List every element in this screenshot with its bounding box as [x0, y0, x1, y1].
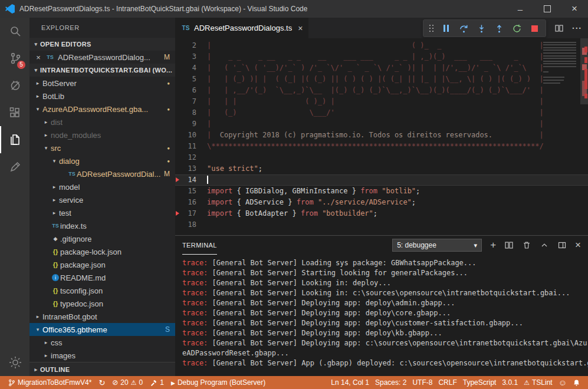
extensions-button[interactable] [0, 99, 29, 126]
line-number[interactable]: 10 [175, 130, 196, 141]
code-line-13[interactable]: 13"use strict"; [175, 163, 588, 174]
code-editor[interactable]: 2| ( )_ _ |3| _ _ _ __ _ _ __ ___ ___ _ … [175, 38, 588, 235]
workspace-header[interactable]: ▾ INTRANETBOTQUICKSTART.GBAI (WO... [29, 64, 175, 77]
code-line-17[interactable]: 17import { BotAdapter } from "botbuilder… [175, 208, 588, 219]
outline-header[interactable]: ▸ OUTLINE [29, 362, 175, 376]
tree-item-dialog[interactable]: ▾dialog● [29, 154, 175, 167]
tasks-item[interactable]: 1 [147, 378, 167, 387]
code-line-2[interactable]: 2| ( )_ _ | [175, 40, 588, 51]
tree-item-intranetbot-gbot[interactable]: ▸IntranetBot.gbot [29, 310, 175, 323]
code-line-12[interactable]: 12 [175, 152, 588, 163]
close-button[interactable] [561, 0, 588, 18]
code-line-3[interactable]: 3| _ _ _ __ _ _ __ ___ ___ _ _ | ,_)(_) … [175, 51, 588, 62]
step-out-button[interactable] [494, 23, 504, 34]
open-editors-header[interactable]: ▾ OPEN EDITORS [29, 38, 175, 51]
tree-item-botlib[interactable]: ▸BotLib [29, 90, 175, 103]
new-terminal-icon[interactable] [490, 241, 496, 250]
line-number[interactable]: 18 [175, 219, 196, 230]
terminal-tab[interactable]: TERMINAL [182, 236, 217, 255]
close-editor-icon[interactable]: × [34, 53, 42, 62]
line-number[interactable]: 15 [175, 186, 196, 197]
git-branch-item[interactable]: MigrationToBotFmwV4* [5, 378, 94, 387]
line-number[interactable]: 6 [175, 85, 196, 96]
line-number[interactable]: 7 [175, 96, 196, 107]
explorer-button[interactable] [0, 126, 29, 153]
line-number[interactable]: 3 [175, 51, 196, 62]
code-line-9[interactable]: 9| | [175, 118, 588, 130]
move-panel-icon[interactable] [557, 240, 567, 250]
terminal-selector[interactable]: 5: debuggee [392, 239, 482, 252]
tree-item-gitignore[interactable]: ◆.gitignore [29, 232, 175, 245]
tree-item-src[interactable]: ▾src● [29, 141, 175, 154]
ts-version-item[interactable]: 3.0.1 [499, 378, 521, 387]
line-number[interactable]: 8 [175, 107, 196, 118]
sync-item[interactable] [96, 378, 108, 387]
line-number[interactable]: 2 [175, 40, 196, 51]
tree-item-office365-gbtheme[interactable]: ▾Office365.gbthemeS [29, 323, 175, 336]
encoding-item[interactable]: UTF-8 [409, 378, 435, 387]
tslint-item[interactable]: TSLint [521, 378, 556, 387]
tree-item-readme-md[interactable]: iREADME.md [29, 271, 175, 284]
terminal-output[interactable]: trace: [General Bot Server] Loading sys … [175, 255, 588, 376]
drag-handle-icon[interactable] [429, 25, 433, 32]
line-number[interactable]: 11 [175, 141, 196, 152]
tree-item-azureadpasswordreset-gba[interactable]: ▾AzureADPasswordReset.gba...● [29, 103, 175, 116]
tree-item-service[interactable]: ▸service [29, 193, 175, 206]
tree-item-index-ts[interactable]: TSindex.ts [29, 219, 175, 232]
code-line-11[interactable]: 11\*************************************… [175, 141, 588, 152]
settings-button[interactable] [0, 349, 29, 376]
tree-item-adresetpassworddial[interactable]: TSADResetPasswordDial...M [29, 167, 175, 180]
restart-button[interactable] [511, 23, 522, 34]
problems-item[interactable]: 20 0 [109, 378, 146, 387]
tree-item-package-json[interactable]: {}package.json [29, 258, 175, 271]
eol-item[interactable]: CRLF [435, 378, 459, 387]
cursor-position-item[interactable]: Ln 14, Col 1 [328, 378, 372, 387]
step-into-button[interactable] [476, 23, 487, 34]
code-line-5[interactable]: 5| | (_) )| | ( (_| |( (_) || ( ) ( ) |(… [175, 74, 588, 85]
line-number[interactable]: 16 [175, 197, 196, 208]
minimize-button[interactable] [507, 0, 534, 18]
split-editor-icon[interactable] [554, 24, 564, 33]
tree-item-model[interactable]: ▸model [29, 180, 175, 193]
pause-button[interactable] [441, 23, 451, 34]
editor-tab-active[interactable]: TS ADResetPasswordDialogs.ts × [175, 18, 308, 38]
tree-item-botserver[interactable]: ▸BotServer● [29, 77, 175, 90]
tree-item-dist[interactable]: ▸dist [29, 116, 175, 128]
code-line-15[interactable]: 15import { IGBDialog, GBMinInstance } fr… [175, 186, 588, 197]
line-number[interactable]: 4 [175, 62, 196, 74]
tree-item-tsconfig-json[interactable]: {}tsconfig.json [29, 284, 175, 297]
line-number[interactable]: 5 [175, 74, 196, 85]
code-line-4[interactable]: 4| ( '_`\ ( '__)/'_` ) /'_ `\/' _ ` _ `\… [175, 62, 588, 74]
feedback-item[interactable] [556, 378, 570, 387]
code-line-16[interactable]: 16import { ADService } from "../service/… [175, 197, 588, 208]
search-button[interactable] [0, 18, 29, 45]
step-over-button[interactable] [458, 23, 469, 34]
tree-item-node-modules[interactable]: ▸node_modules [29, 128, 175, 141]
tree-item-package-lock-json[interactable]: {}package-lock.json [29, 245, 175, 258]
edit-view-button[interactable] [0, 153, 29, 180]
code-line-14[interactable]: 14 [175, 174, 588, 186]
line-number[interactable]: 12 [175, 152, 196, 163]
code-line-6[interactable]: 6| | ,__/'(_) `\__,_)`\__ |(_) (_) (_)`\… [175, 85, 588, 96]
line-number[interactable]: 13 [175, 163, 196, 174]
open-editor-item[interactable]: × TS ADResetPasswordDialog... M [29, 51, 175, 64]
tree-item-typedoc-json[interactable]: {}typedoc.json [29, 297, 175, 310]
code-line-10[interactable]: 10| Copyright 2018 (c) pragmatismo.io. T… [175, 130, 588, 141]
code-line-8[interactable]: 8| (_) \___/' | [175, 107, 588, 118]
close-panel-icon[interactable] [575, 239, 581, 251]
code-line-18[interactable]: 18 [175, 219, 588, 230]
tree-item-images[interactable]: ▸images [29, 349, 175, 362]
language-item[interactable]: TypeScript [460, 378, 500, 387]
maximize-panel-icon[interactable] [540, 240, 549, 250]
tree-item-test[interactable]: ▸test [29, 206, 175, 219]
more-actions-icon[interactable] [572, 24, 582, 33]
notifications-item[interactable] [570, 379, 583, 387]
code-line-7[interactable]: 7| | | ( )_) | | [175, 96, 588, 107]
source-control-button[interactable]: 5 [0, 45, 29, 72]
stop-button[interactable] [529, 23, 540, 34]
indentation-item[interactable]: Spaces: 2 [372, 378, 409, 387]
kill-terminal-icon[interactable] [522, 240, 531, 250]
maximize-button[interactable] [534, 0, 561, 18]
line-number[interactable]: 9 [175, 118, 196, 130]
minimap[interactable] [543, 40, 580, 235]
